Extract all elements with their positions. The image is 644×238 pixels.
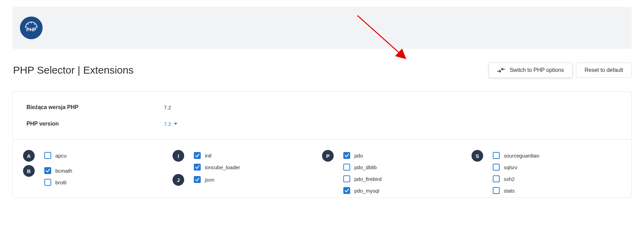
ext-list: pdopdo_dblibpdo_firebirdpdo_mysql [343, 150, 381, 194]
ext-checkbox-stats[interactable] [493, 187, 500, 194]
letter-badge: P [322, 150, 334, 162]
ext-label: pdo_mysql [354, 188, 379, 194]
ext-checkbox-ssh2[interactable] [493, 175, 500, 182]
ext-column: Iintlioncube_loaderJjson [173, 150, 322, 197]
main-panel: Bieżąca wersja PHP 7.2 PHP version 7.2 A… [12, 91, 632, 198]
ext-label: intl [205, 153, 211, 159]
ext-list: intlioncube_loader [194, 150, 240, 171]
php-version-dropdown[interactable]: 7.2 [164, 121, 177, 127]
ext-item-sqlsrv: sqlsrv [493, 164, 539, 171]
letter-badge: A [23, 150, 35, 162]
svg-line-2 [34, 23, 35, 25]
ext-checkbox-pdo[interactable] [343, 152, 350, 159]
ext-item-intl: intl [194, 152, 240, 159]
php-version-label: PHP version [26, 121, 164, 127]
version-section: Bieżąca wersja PHP 7.2 PHP version 7.2 [13, 92, 631, 140]
ext-column: Ssourceguardiansqlsrvssh2stats [471, 150, 621, 197]
ext-label: brotli [55, 180, 67, 185]
letter-badge: J [173, 174, 184, 186]
ext-column: AapcuBbcmathbrotli [23, 150, 173, 197]
ext-checkbox-intl[interactable] [194, 152, 201, 159]
letter-group: Bbcmathbrotli [23, 165, 173, 186]
letter-group: Ppdopdo_dblibpdo_firebirdpdo_mysql [322, 150, 471, 194]
ext-checkbox-sqlsrv[interactable] [493, 164, 500, 171]
reset-to-default-button[interactable]: Reset to default [576, 63, 632, 78]
ext-checkbox-brotli[interactable] [44, 179, 51, 186]
ext-item-pdo_mysql: pdo_mysql [343, 187, 381, 194]
ext-item-json: json [194, 176, 214, 183]
ext-item-pdo_dblib: pdo_dblib [343, 164, 381, 171]
ext-checkbox-pdo_mysql[interactable] [343, 187, 350, 194]
ext-item-pdo_firebird: pdo_firebird [343, 175, 381, 182]
ext-item-pdo: pdo [343, 152, 381, 159]
page-title: PHP Selector | Extensions [13, 64, 134, 76]
ext-checkbox-bcmath[interactable] [44, 167, 51, 174]
ext-checkbox-pdo_dblib[interactable] [343, 164, 350, 171]
letter-badge: B [23, 165, 35, 177]
ext-checkbox-ioncube_loader[interactable] [194, 164, 201, 171]
top-banner: PHP [12, 7, 632, 49]
ext-list: apcu [44, 150, 67, 159]
ext-checkbox-pdo_firebird[interactable] [343, 175, 350, 182]
ext-label: pdo_firebird [354, 176, 381, 182]
ext-checkbox-sourceguardian[interactable] [493, 152, 500, 159]
ext-label: bcmath [55, 168, 72, 174]
letter-badge: I [173, 150, 184, 162]
ext-label: pdo_dblib [354, 164, 377, 170]
php-logo-icon: PHP [20, 17, 43, 39]
ext-label: ssh2 [504, 176, 515, 182]
ext-label: json [205, 177, 214, 183]
switch-icon [497, 68, 505, 73]
ext-item-stats: stats [493, 187, 539, 194]
current-version-value: 7.2 [164, 105, 171, 110]
ext-item-ioncube_loader: ioncube_loader [194, 164, 240, 171]
caret-down-icon [174, 123, 177, 125]
letter-group: Iintlioncube_loader [173, 150, 322, 171]
reset-button-label: Reset to default [585, 67, 623, 73]
current-version-label: Bieżąca wersja PHP [26, 104, 164, 110]
letter-group: Ssourceguardiansqlsrvssh2stats [471, 150, 621, 194]
ext-checkbox-apcu[interactable] [44, 152, 51, 159]
extensions-grid: AapcuBbcmathbrotliIintlioncube_loaderJjs… [13, 140, 631, 197]
ext-list: sourceguardiansqlsrvssh2stats [493, 150, 539, 194]
ext-list: json [194, 174, 214, 183]
ext-label: pdo [354, 153, 363, 159]
letter-group: Jjson [173, 174, 322, 186]
ext-list: bcmathbrotli [44, 165, 72, 186]
ext-label: stats [504, 188, 515, 194]
switch-to-options-button[interactable]: Switch to PHP options [489, 63, 573, 78]
switch-button-label: Switch to PHP options [510, 67, 564, 73]
ext-column: Ppdopdo_dblibpdo_firebirdpdo_mysql [322, 150, 471, 197]
svg-text:PHP: PHP [26, 27, 36, 32]
ext-label: sourceguardian [504, 153, 539, 159]
ext-checkbox-json[interactable] [194, 176, 201, 183]
ext-item-bcmath: bcmath [44, 167, 72, 174]
letter-badge: S [471, 150, 483, 162]
ext-label: sqlsrv [504, 164, 517, 170]
letter-group: Aapcu [23, 150, 173, 162]
title-actions: Switch to PHP options Reset to default [489, 63, 632, 78]
ext-item-apcu: apcu [44, 152, 67, 159]
ext-label: ioncube_loader [205, 164, 240, 170]
ext-item-ssh2: ssh2 [493, 175, 539, 182]
svg-line-1 [27, 23, 29, 25]
ext-item-sourceguardian: sourceguardian [493, 152, 539, 159]
ext-item-brotli: brotli [44, 179, 72, 186]
ext-label: apcu [55, 153, 67, 159]
php-version-selected: 7.2 [164, 121, 171, 127]
